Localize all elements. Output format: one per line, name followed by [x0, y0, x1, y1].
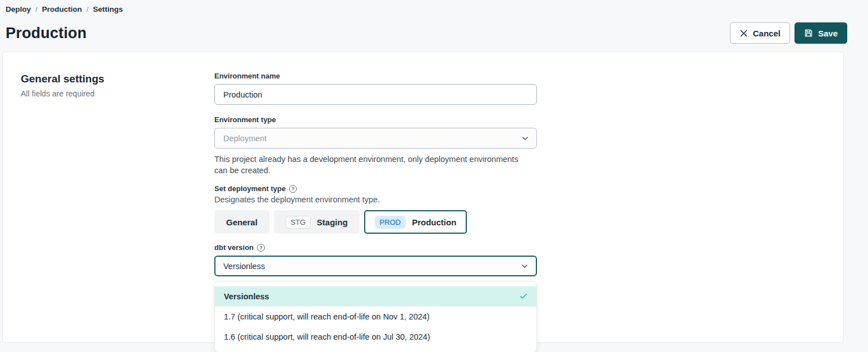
cancel-button[interactable]: Cancel: [730, 22, 790, 44]
breadcrumb-settings[interactable]: Settings: [93, 5, 123, 13]
environment-type-label-text: Environment type: [214, 115, 276, 124]
cancel-button-label: Cancel: [753, 29, 780, 38]
section-subtitle: All fields are required: [21, 89, 214, 98]
environment-settings-page: Deploy / Production / Settings Productio…: [0, 0, 868, 343]
dbt-version-label-text: dbt version: [214, 243, 254, 252]
floppy-disk-icon: [804, 29, 813, 38]
save-button[interactable]: Save: [794, 22, 847, 44]
general-settings-section-header: General settings All fields are required: [21, 72, 214, 98]
dropdown-option-1-7[interactable]: 1.7 (critical support, will reach end-of…: [215, 307, 536, 327]
dbt-version-value: Versionless: [223, 262, 265, 271]
deployment-type-production-button[interactable]: PROD Production: [364, 210, 467, 234]
dropdown-option-label: 1.7 (critical support, will reach end-of…: [224, 312, 430, 321]
general-settings-form: Environment name Environment type Deploy…: [214, 72, 537, 276]
section-title: General settings: [21, 73, 214, 85]
question-circle-icon[interactable]: ?: [289, 185, 297, 193]
save-button-label: Save: [818, 29, 838, 38]
breadcrumb-production[interactable]: Production: [42, 5, 82, 13]
x-icon: [740, 29, 748, 38]
breadcrumb-separator: /: [86, 5, 89, 13]
deployment-type-production-label: Production: [412, 217, 456, 227]
breadcrumb-deploy[interactable]: Deploy: [6, 5, 31, 13]
header-actions: Cancel Save: [730, 22, 847, 44]
dropdown-option-1-6[interactable]: 1.6 (critical support, will reach end-of…: [215, 327, 536, 347]
check-icon: [520, 293, 527, 299]
deployment-type-staging-button[interactable]: STG Staging: [274, 210, 360, 234]
environment-type-select[interactable]: Deployment: [214, 128, 537, 149]
environment-name-input[interactable]: [214, 84, 537, 105]
dbt-version-dropdown-panel: Versionless 1.7 (critical support, will …: [214, 281, 537, 352]
production-badge: PROD: [375, 216, 406, 229]
breadcrumb-separator: /: [35, 5, 38, 13]
chevron-down-icon: [522, 136, 529, 141]
dbt-version-select[interactable]: Versionless: [214, 256, 537, 276]
page-header: Production Cancel Save: [6, 22, 862, 44]
breadcrumb: Deploy / Production / Settings: [6, 5, 862, 13]
page-title: Production: [6, 25, 87, 42]
deployment-type-staging-label: Staging: [317, 217, 348, 227]
staging-badge: STG: [286, 216, 311, 229]
chevron-down-icon: [521, 264, 528, 268]
question-circle-icon[interactable]: ?: [257, 244, 265, 252]
settings-card: General settings All fields are required…: [3, 52, 861, 343]
deployment-type-label: Set deployment type ?: [214, 184, 537, 193]
deployment-type-description: Designates the deployment environment ty…: [214, 195, 537, 204]
environment-type-helper-text: This project already has a development e…: [214, 154, 522, 176]
deployment-type-label-text: Set deployment type: [214, 184, 286, 193]
deployment-type-general-label: General: [226, 217, 258, 227]
environment-name-label: Environment name: [214, 72, 537, 80]
environment-type-value: Deployment: [223, 134, 267, 143]
dropdown-option-label: 1.6 (critical support, will reach end-of…: [224, 332, 430, 341]
environment-name-label-text: Environment name: [214, 72, 280, 80]
environment-type-label: Environment type: [214, 115, 537, 124]
dropdown-option-label: Versionless: [224, 292, 269, 301]
deployment-type-button-group: General STG Staging PROD Production: [214, 210, 537, 234]
dropdown-option-versionless[interactable]: Versionless: [215, 286, 536, 307]
deployment-type-general-button[interactable]: General: [214, 210, 269, 234]
dbt-version-label: dbt version ?: [214, 243, 537, 252]
